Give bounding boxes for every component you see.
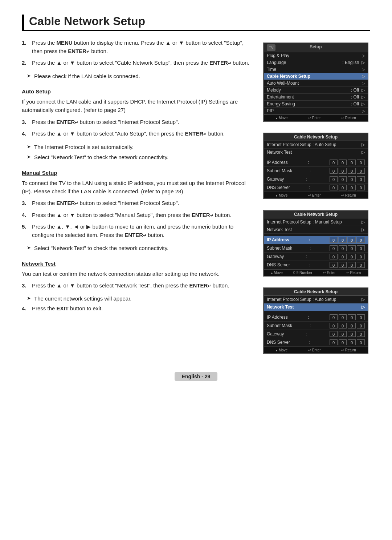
manual-setup-body: To connect the TV to the LAN using a sta… <box>22 179 252 196</box>
cns-manual-header: Cable Network Setup <box>264 211 368 218</box>
tv-menu-header: TV Setup <box>264 43 368 52</box>
cns-networktest-ip-cell-2: 0 <box>339 314 347 320</box>
cns-networktest-dns-label: DNS Server <box>267 340 290 345</box>
cns-manual-footer-enter: ↵ Enter <box>323 271 336 275</box>
tv-row-time-label: Time <box>267 67 276 72</box>
cns-auto-ip-cell-1: 0 <box>330 160 338 165</box>
network-test-step-4-num: 4. <box>22 305 26 311</box>
tv-row-cable-network-label: Cable Network Setup <box>267 74 310 79</box>
cns-auto-gateway-cell-1: 0 <box>330 176 338 182</box>
cns-networktest-subnet-cell-1: 0 <box>330 323 338 329</box>
cns-manual-dns-cell-2: 0 <box>339 262 347 268</box>
auto-note-2: Select "Network Test" to check the netwo… <box>27 153 252 162</box>
cns-auto-network-test-row: Network Test ▷ <box>264 149 368 156</box>
manual-step-3: 3. Press the ENTER↵ button to select "In… <box>22 199 252 207</box>
cns-auto-footer: ⬥ Move ↵ Enter ↩ Return <box>264 192 368 198</box>
cns-manual-subnet-cell-1: 0 <box>330 245 338 251</box>
cns-manual-box: Cable Network Setup Internet Protocol Se… <box>263 210 368 277</box>
tv-row-pip-label: PIP <box>267 108 274 113</box>
menu-bold: MENU <box>57 40 73 46</box>
tv-row-energy-saving-value: : Off ▷ <box>351 101 365 106</box>
cns-auto-subnet-cell-2: 0 <box>339 168 347 174</box>
cns-manual-protocol-label: Internet Protocol Setup : Manual Setup <box>267 219 342 225</box>
cns-manual-footer-number: 0-9 Number <box>293 271 313 275</box>
cns-manual-subnet-colon: : <box>310 246 311 251</box>
cns-auto-box: Cable Network Setup Internet Protocol Se… <box>263 133 368 199</box>
tv-row-cable-network: Cable Network Setup ▷ <box>264 73 368 80</box>
auto-step-3: 3. Press the ENTER↵ button to select "In… <box>22 118 252 126</box>
tv-row-wall-mount-arrow: ▷ <box>362 81 365 86</box>
cns-manual-footer-move: ⬥ Move <box>271 271 283 275</box>
cns-networktest-subnet-cell-4: 0 <box>357 323 365 329</box>
cns-manual-ip-cell-4: 0 <box>357 237 365 243</box>
cns-manual-network-test-arrow: ▷ <box>362 227 365 232</box>
step-1-num: 1. <box>22 39 26 47</box>
tv-footer-move: ⬥ Move <box>275 116 287 120</box>
cns-auto-subnet-cell-4: 0 <box>357 168 365 174</box>
cns-auto-footer-move: ⬥ Move <box>275 193 287 197</box>
tv-row-plug-play-arrow: ▷ <box>362 53 365 58</box>
cns-auto-gateway-label: Gateway <box>267 177 284 182</box>
cns-auto-ip-colon: : <box>308 160 309 165</box>
cns-networktest-subnet-cell-3: 0 <box>348 323 356 329</box>
cns-networktest-dns-colon: : <box>309 340 310 345</box>
cns-manual-ip-colon: : <box>309 237 310 242</box>
lan-note: Please check if the LAN cable is connect… <box>27 72 252 81</box>
manual-step-5: 5. Press the ▲, ▼, ◄ or ▶ button to move… <box>22 223 252 239</box>
cns-networktest-footer-move: ⬥ Move <box>275 348 287 352</box>
network-test-heading: Network Test <box>22 261 252 267</box>
tv-row-plug-play-label: Plug & Play <box>267 53 289 58</box>
cns-manual-subnet-cells: 0 0 0 0 <box>330 245 365 251</box>
tv-row-wall-mount: Auto Wall-Mount ▷ <box>264 80 368 87</box>
manual-step-4: 4. Press the ▲ or ▼ button to select "Ma… <box>22 211 252 219</box>
network-test-step-3: 3. Press the ▲ or ▼ button to select "Ne… <box>22 282 252 290</box>
cns-auto-subnet-label: Subnet Mask <box>267 168 292 173</box>
auto-step-4-num: 4. <box>22 130 26 138</box>
tv-row-wall-mount-label: Auto Wall-Mount <box>267 81 299 86</box>
cns-manual-ip-label: IP Address <box>267 237 289 242</box>
cns-manual-ip-cell-1: 0 <box>330 237 338 243</box>
tv-row-language-label: Language <box>267 60 286 65</box>
cns-networktest-dns-cell-3: 0 <box>348 339 356 345</box>
tv-row-plug-play: Plug & Play ▷ <box>264 52 368 59</box>
cns-manual-gateway-cell-4: 0 <box>357 254 365 259</box>
cns-networktest-dns-cells: 0 0 0 0 <box>330 339 365 345</box>
cns-manual-footer: ⬥ Move 0-9 Number ↵ Enter ↩ Return <box>264 269 368 276</box>
cns-manual-gateway-cells: 0 0 0 0 <box>330 254 365 259</box>
tv-row-entertainment-value: : Off ▷ <box>351 94 365 100</box>
enter-bold-a3: ENTER↵ <box>57 119 78 125</box>
cns-networktest-footer-return: ↩ Return <box>341 348 356 352</box>
cns-auto-dns-cell-2: 0 <box>339 185 347 190</box>
enter-bold-2: ENTER↵ <box>209 60 231 66</box>
cns-auto-ip-cell-2: 0 <box>339 160 347 165</box>
manual-setup-steps: 3. Press the ENTER↵ button to select "In… <box>22 199 252 239</box>
cns-networktest-ip-label: IP Address <box>267 315 288 320</box>
cns-manual-protocol-row: Internet Protocol Setup : Manual Setup ▷ <box>264 218 368 226</box>
intro-steps: 1. Press the MENU button to display the … <box>22 39 252 67</box>
cns-manual-network-test-label: Network Test <box>267 227 292 232</box>
cns-manual-subnet-cell-4: 0 <box>357 245 365 251</box>
cns-auto-footer-enter: ↵ Enter <box>308 193 321 197</box>
cns-manual-gateway-row: Gateway : 0 0 0 0 <box>264 253 368 261</box>
tv-row-cable-network-arrow: ▷ <box>362 74 365 79</box>
cns-auto-header: Cable Network Setup <box>264 133 368 141</box>
tv-row-melody: Melody : Off ▷ <box>264 87 368 94</box>
cns-networktest-protocol-arrow: ▷ <box>362 297 365 302</box>
cns-auto-gateway-cells: 0 0 0 0 <box>330 176 365 182</box>
cns-auto-subnet-row: Subnet Mask : 0 0 0 0 <box>264 167 368 175</box>
page-footer: English - 29 <box>175 372 218 381</box>
cns-auto-footer-return: ↩ Return <box>341 193 356 197</box>
cns-manual-ip-cells: 0 0 0 0 <box>330 237 365 243</box>
cns-networktest-test-label: Network Test <box>267 305 294 310</box>
enter-bold-1: ENTER↵ <box>68 48 90 54</box>
cns-manual-dns-cells: 0 0 0 0 <box>330 262 365 268</box>
enter-bold-a4: ENTER↵ <box>185 130 207 137</box>
cns-manual-subnet-cell-2: 0 <box>339 245 347 251</box>
enter-icon-2: ↵ <box>228 61 231 65</box>
tv-row-pip-arrow: ▷ <box>362 109 365 113</box>
manual-step-4-num: 4. <box>22 211 26 219</box>
cns-auto-gateway-cell-3: 0 <box>348 176 356 182</box>
tv-icon: TV <box>267 44 275 51</box>
cns-auto-dns-cell-1: 0 <box>330 185 338 190</box>
cns-auto-ip-cell-3: 0 <box>348 160 356 165</box>
